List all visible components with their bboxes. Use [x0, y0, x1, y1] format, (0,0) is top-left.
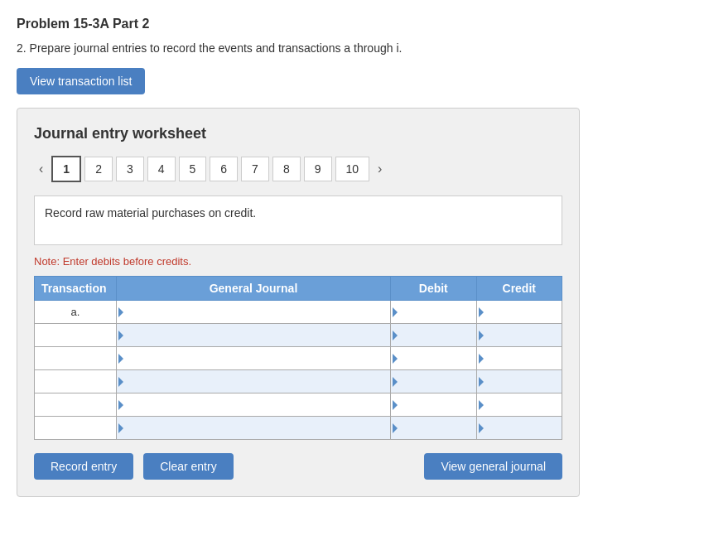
tab-5[interactable]: 5 — [179, 157, 207, 181]
credit-cell[interactable] — [476, 324, 562, 347]
tab-10[interactable]: 10 — [335, 157, 370, 181]
transaction-cell — [35, 347, 117, 370]
transaction-cell — [35, 324, 117, 347]
credit-input[interactable] — [477, 370, 562, 393]
tab-4[interactable]: 4 — [147, 157, 176, 181]
general-journal-cell[interactable] — [116, 301, 390, 324]
general-journal-input[interactable] — [117, 370, 390, 393]
description-box: Record raw material purchases on credit. — [34, 196, 562, 245]
debit-cell[interactable] — [391, 324, 476, 347]
general-journal-cell[interactable] — [116, 417, 390, 440]
tab-1[interactable]: 1 — [51, 156, 81, 182]
header-credit: Credit — [476, 277, 562, 301]
credit-cell[interactable] — [476, 347, 562, 370]
debit-cell[interactable] — [391, 370, 476, 393]
tab-2[interactable]: 2 — [84, 157, 113, 181]
credit-cell[interactable] — [476, 417, 562, 440]
credit-cell[interactable] — [476, 370, 562, 393]
debit-input[interactable] — [391, 393, 475, 416]
worksheet-container: Journal entry worksheet ‹ 1 2 3 4 5 6 7 … — [17, 108, 580, 497]
debit-input[interactable] — [391, 347, 475, 369]
table-row: a. — [35, 301, 562, 324]
debit-input[interactable] — [391, 370, 475, 393]
transaction-cell: a. — [35, 301, 117, 324]
tab-3[interactable]: 3 — [116, 157, 144, 181]
header-debit: Debit — [391, 277, 476, 301]
debit-cell[interactable] — [391, 393, 476, 417]
record-entry-button[interactable]: Record entry — [34, 453, 133, 480]
debit-input[interactable] — [391, 417, 475, 439]
tab-navigation: ‹ 1 2 3 4 5 6 7 8 9 10 › — [34, 156, 562, 182]
page-title: Problem 15-3A Part 2 — [17, 17, 711, 31]
header-general-journal: General Journal — [116, 277, 390, 301]
table-row — [35, 417, 562, 440]
credit-cell[interactable] — [476, 301, 562, 324]
worksheet-title: Journal entry worksheet — [34, 125, 562, 142]
view-transaction-button[interactable]: View transaction list — [17, 68, 145, 94]
instruction: 2. Prepare journal entries to record the… — [17, 41, 711, 55]
credit-input[interactable] — [477, 324, 562, 346]
credit-input[interactable] — [477, 417, 562, 439]
tab-next-arrow[interactable]: › — [373, 158, 387, 180]
general-journal-cell[interactable] — [116, 370, 390, 393]
header-transaction: Transaction — [35, 277, 117, 301]
note-text: Note: Enter debits before credits. — [34, 255, 562, 268]
table-row — [35, 324, 562, 347]
credit-input[interactable] — [477, 393, 562, 416]
table-row — [35, 393, 562, 417]
general-journal-cell[interactable] — [116, 347, 390, 370]
tab-6[interactable]: 6 — [210, 157, 238, 181]
debit-cell[interactable] — [391, 347, 476, 370]
general-journal-input[interactable] — [117, 301, 390, 323]
debit-input[interactable] — [391, 301, 475, 323]
tab-9[interactable]: 9 — [304, 157, 332, 181]
journal-table: Transaction General Journal Debit Credit… — [34, 276, 562, 440]
tab-7[interactable]: 7 — [241, 157, 269, 181]
table-row — [35, 347, 562, 370]
general-journal-input[interactable] — [117, 347, 390, 369]
general-journal-input[interactable] — [117, 324, 390, 346]
buttons-row: Record entry Clear entry View general jo… — [34, 453, 562, 480]
transaction-cell — [35, 393, 117, 417]
tab-prev-arrow[interactable]: ‹ — [34, 158, 48, 180]
debit-input[interactable] — [391, 324, 475, 346]
debit-cell[interactable] — [391, 417, 476, 440]
credit-cell[interactable] — [476, 393, 562, 417]
transaction-cell — [35, 370, 117, 393]
table-row — [35, 370, 562, 393]
clear-entry-button[interactable]: Clear entry — [143, 453, 233, 480]
general-journal-cell[interactable] — [116, 324, 390, 347]
general-journal-input[interactable] — [117, 393, 390, 416]
transaction-cell — [35, 417, 117, 440]
credit-input[interactable] — [477, 347, 562, 369]
credit-input[interactable] — [477, 301, 562, 323]
debit-cell[interactable] — [391, 301, 476, 324]
view-general-journal-button[interactable]: View general journal — [424, 453, 562, 480]
general-journal-input[interactable] — [117, 417, 390, 439]
general-journal-cell[interactable] — [116, 393, 390, 417]
tab-8[interactable]: 8 — [272, 157, 301, 181]
